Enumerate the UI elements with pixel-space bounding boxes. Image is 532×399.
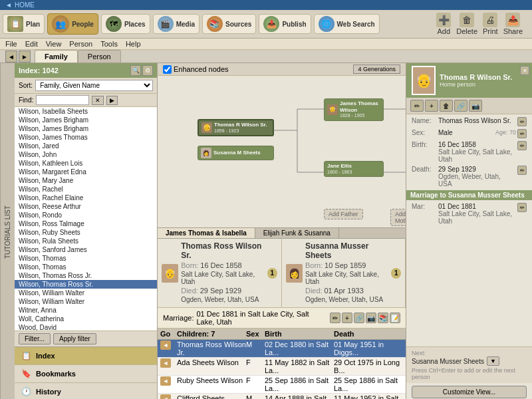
- name-list-item[interactable]: Wilson, Mary Jane: [15, 176, 157, 185]
- add-father-box[interactable]: Add Father: [324, 209, 363, 219]
- marriage-add-icon[interactable]: +: [342, 313, 352, 323]
- generations-button[interactable]: 4 Generations: [353, 65, 400, 74]
- places-toolbar-item[interactable]: 🗺 Places: [101, 14, 150, 34]
- name-list-item[interactable]: Wilson, Jared: [15, 142, 157, 150]
- subject-box[interactable]: 👴 Thomas R Wilson Sr. 1858 - 1923: [198, 119, 274, 136]
- mother-box[interactable]: Jane Ellis 1800 - 1863: [324, 161, 384, 177]
- add-button[interactable]: ➕ Add: [435, 11, 452, 37]
- rp-death-edit-button[interactable]: ✏: [517, 166, 527, 175]
- customize-view-button[interactable]: Customize View...: [412, 386, 527, 398]
- marriage-tab-1[interactable]: James Thomas & Isabella: [158, 228, 255, 238]
- name-list-item[interactable]: Wilson, Rachel Elaine: [15, 194, 157, 202]
- name-list-item[interactable]: Wilson, Ruby Sheets: [15, 228, 157, 237]
- name-list-item[interactable]: Wood, David: [15, 323, 157, 331]
- people-toolbar-item[interactable]: 👥 People: [47, 13, 98, 35]
- name-list-item[interactable]: Wilson, Ross Talmage: [15, 219, 157, 228]
- rp-edit-tool[interactable]: ✏: [410, 100, 424, 112]
- name-list-item[interactable]: Witner, Anna: [15, 306, 157, 315]
- name-list-item[interactable]: Wilson, John: [15, 150, 157, 159]
- table-row[interactable]: ◄ Clifford Sheets Wilson M 14 Apr 1888 i…: [158, 394, 406, 399]
- go-button[interactable]: ◄: [160, 340, 171, 350]
- index-section[interactable]: 📋 Index: [15, 347, 157, 365]
- find-go-button[interactable]: ▶: [106, 96, 118, 105]
- find-clear-button[interactable]: ✕: [92, 96, 104, 105]
- name-list-item[interactable]: Wilson, James Brigham: [15, 116, 157, 124]
- person1-photo[interactable]: 👴: [162, 264, 178, 283]
- name-list-item[interactable]: Wilson, Kathleen Lois: [15, 159, 157, 168]
- publish-toolbar-item[interactable]: 📤 Publish: [259, 14, 311, 34]
- rp-next-dropdown[interactable]: ▼: [487, 356, 499, 366]
- websearch-toolbar-item[interactable]: 🌐 Web Search: [314, 14, 380, 34]
- index-search-icon[interactable]: 🔍: [130, 65, 141, 76]
- go-button[interactable]: ◄: [160, 394, 171, 399]
- rp-name-edit-button[interactable]: ✏: [517, 117, 527, 126]
- marriage-link-icon[interactable]: 🔗: [354, 313, 364, 323]
- share-button[interactable]: 📤 Share: [502, 11, 524, 37]
- nav-back-button[interactable]: ◄: [5, 51, 17, 63]
- name-list-item[interactable]: Wilson, Reese Arthur: [15, 202, 157, 211]
- name-list-item[interactable]: Wilson, Margaret Edna: [15, 168, 157, 176]
- apply-filter-button[interactable]: Apply filter: [53, 333, 96, 344]
- name-list-item[interactable]: Wilson, Rondo: [15, 211, 157, 219]
- name-list-item[interactable]: Wilson, William Walter: [15, 289, 157, 297]
- name-list-item[interactable]: Woll, Catherina: [15, 315, 157, 323]
- delete-button[interactable]: 🗑 Delete: [455, 11, 479, 37]
- name-list-item[interactable]: Wilson, Rachel: [15, 185, 157, 194]
- plan-toolbar-item[interactable]: 📋 Plan: [3, 14, 45, 34]
- name-list-item[interactable]: Wilson, Thomas Ross Jr.: [15, 271, 157, 280]
- spouse-box[interactable]: 👩 Susanna M Sheets: [198, 146, 274, 160]
- name-list-item[interactable]: Wilson, Thomas: [15, 263, 157, 271]
- enhanced-nodes-checkbox[interactable]: [163, 65, 172, 74]
- name-list-item[interactable]: Wilson, Rula Sheets: [15, 237, 157, 245]
- table-row[interactable]: ◄ Thomas Ross Wilson Jr. M 02 Dec 1880 i…: [158, 340, 406, 358]
- table-row[interactable]: ◄ Ruby Sheets Wilson F 25 Sep 1886 in Sa…: [158, 376, 406, 394]
- sources-toolbar-item[interactable]: 📚 Sources: [202, 14, 256, 34]
- add-mother-box[interactable]: Add Mother: [390, 209, 406, 226]
- file-menu-edit[interactable]: Edit: [25, 40, 38, 48]
- sort-select[interactable]: Family, Given Name: [35, 80, 153, 91]
- go-button[interactable]: ◄: [160, 358, 171, 368]
- file-menu-person[interactable]: Person: [69, 40, 92, 48]
- media-toolbar-item[interactable]: 🎬 Media: [153, 14, 200, 34]
- rp-close-icon[interactable]: ✕: [520, 66, 529, 75]
- file-menu-help[interactable]: Help: [126, 40, 141, 48]
- name-list-item[interactable]: Wilson, Thomas: [15, 254, 157, 263]
- find-input[interactable]: [36, 95, 89, 105]
- marriage-camera-icon[interactable]: 📷: [366, 313, 376, 323]
- go-button[interactable]: ◄: [160, 376, 171, 386]
- print-button[interactable]: 🖨 Print: [481, 11, 499, 37]
- bookmarks-section[interactable]: 🔖 Bookmarks: [15, 365, 157, 383]
- name-list-item[interactable]: Wilson, James Brigham: [15, 124, 157, 133]
- rp-delete-tool[interactable]: 🗑: [440, 100, 453, 112]
- file-menu-view[interactable]: View: [46, 40, 62, 48]
- tab-family[interactable]: Family: [35, 50, 78, 63]
- rp-link-tool[interactable]: 🔗: [454, 100, 467, 112]
- rp-avatar[interactable]: 👴: [412, 66, 436, 95]
- back-arrow[interactable]: ◄: [5, 1, 12, 9]
- name-list-item[interactable]: Wilson, James Thomas: [15, 133, 157, 142]
- file-menu-tools[interactable]: Tools: [100, 40, 118, 48]
- nav-forward-button[interactable]: ►: [19, 51, 31, 63]
- father-box[interactable]: 👴 James Thomas Wilson 1828 - 1905: [324, 98, 384, 121]
- index-options-icon[interactable]: ⚙: [142, 65, 153, 76]
- marriage-edit-icon[interactable]: ✏: [330, 313, 340, 323]
- person2-photo[interactable]: 👩: [286, 264, 303, 283]
- tab-person[interactable]: Person: [78, 50, 121, 63]
- marriage-note-icon[interactable]: 📝: [390, 313, 400, 323]
- rp-photo-tool[interactable]: 📷: [469, 100, 482, 112]
- enhanced-nodes-checkbox-label[interactable]: Enhanced nodes: [163, 65, 229, 74]
- marriage-tab-2[interactable]: Elijah Funk & Susanna: [255, 228, 339, 238]
- rp-sex-edit-button[interactable]: ✏: [517, 129, 527, 138]
- rp-birth-edit-button[interactable]: ✏: [517, 141, 527, 150]
- name-list-item[interactable]: Wilson, William Walter: [15, 297, 157, 306]
- file-menu-file[interactable]: File: [5, 40, 17, 48]
- rp-add-tool[interactable]: +: [425, 100, 438, 112]
- rp-mar-edit-button[interactable]: ✏: [517, 203, 527, 212]
- name-list-item[interactable]: Wilson, Sanford James: [15, 245, 157, 254]
- tutorials-sidebar[interactable]: TUTORIALS LIST: [0, 63, 15, 399]
- marriage-source-icon[interactable]: 📚: [378, 313, 388, 323]
- history-section[interactable]: 🕐 History: [15, 383, 157, 399]
- name-list-item[interactable]: Wilson, Isabella Sheets: [15, 107, 157, 116]
- filter-button[interactable]: Filter...: [19, 333, 51, 344]
- table-row[interactable]: ◄ Ada Sheets Wilson F 11 May 1882 in Sal…: [158, 358, 406, 376]
